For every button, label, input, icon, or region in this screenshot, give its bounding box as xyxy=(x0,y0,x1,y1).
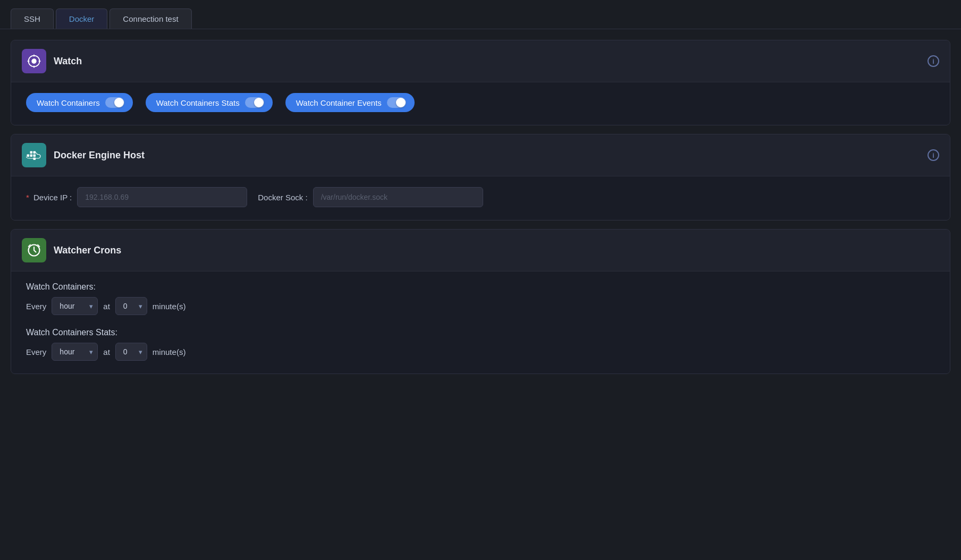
tab-connection-test[interactable]: Connection test xyxy=(109,9,191,29)
watch-containers-stats-minute-wrap: 0 5 10 15 20 25 30 35 40 45 50 55 xyxy=(115,343,147,361)
watch-containers-suffix-text: minute(s) xyxy=(153,302,186,311)
docker-engine-host-card: Docker Engine Host i * Device IP : Docke… xyxy=(11,134,950,220)
watch-containers-every-text: Every xyxy=(26,302,46,311)
watch-info-icon[interactable]: i xyxy=(928,55,939,67)
content-area: Watch i Watch Containers Watch Container… xyxy=(0,29,961,393)
watch-containers-cron-row: Every minute hour day at 0 5 10 15 2 xyxy=(26,297,935,315)
device-ip-required-star: * xyxy=(26,193,29,202)
tab-docker[interactable]: Docker xyxy=(56,9,108,29)
docker-engine-host-body: * Device IP : Docker Sock : xyxy=(11,176,950,220)
device-ip-label: * Device IP : xyxy=(26,193,72,202)
watch-containers-label: Watch Containers xyxy=(37,98,100,107)
watcher-crons-title: Watcher Crons xyxy=(54,245,121,256)
watch-container-events-toggle[interactable]: Watch Container Events xyxy=(285,93,415,112)
watch-section-card: Watch i Watch Containers Watch Container… xyxy=(11,40,950,125)
watch-containers-knob xyxy=(114,98,124,107)
watch-containers-stats-every-text: Every xyxy=(26,347,46,357)
watcher-crons-icon xyxy=(22,238,46,262)
svg-rect-0 xyxy=(27,155,30,157)
watch-containers-stats-interval-select[interactable]: minute hour day xyxy=(52,343,98,361)
watch-containers-stats-at-text: at xyxy=(103,347,110,357)
docker-engine-form-row: * Device IP : Docker Sock : xyxy=(26,187,935,207)
watch-containers-stats-cron-row: Every minute hour day at 0 5 10 15 2 xyxy=(26,343,935,361)
watch-containers-at-text: at xyxy=(103,302,110,311)
watch-container-events-knob xyxy=(396,98,406,107)
watch-containers-interval-wrap: minute hour day xyxy=(52,297,98,315)
watcher-crons-card: Watcher Crons Watch Containers: Every mi… xyxy=(11,229,950,374)
watch-containers-stats-suffix-text: minute(s) xyxy=(153,347,186,357)
watch-containers-stats-interval-wrap: minute hour day xyxy=(52,343,98,361)
watch-containers-stats-minute-select[interactable]: 0 5 10 15 20 25 30 35 40 45 50 55 xyxy=(115,343,147,361)
tab-ssh[interactable]: SSH xyxy=(11,9,54,29)
toggles-row: Watch Containers Watch Containers Stats … xyxy=(26,93,935,112)
watch-containers-stats-knob xyxy=(254,98,264,107)
watch-containers-stats-cron-label: Watch Containers Stats: xyxy=(26,328,935,337)
device-ip-input[interactable] xyxy=(77,187,247,207)
watch-containers-minute-wrap: 0 5 10 15 20 25 30 35 40 45 50 55 xyxy=(115,297,147,315)
docker-sock-group: Docker Sock : xyxy=(258,187,483,207)
docker-engine-host-header: Docker Engine Host i xyxy=(11,134,950,176)
watch-section-title: Watch xyxy=(54,56,82,67)
watch-section-header-left: Watch xyxy=(22,49,82,73)
tabs-bar: SSH Docker Connection test xyxy=(0,0,961,29)
watch-containers-interval-select[interactable]: minute hour day xyxy=(52,297,98,315)
watch-containers-stats-knob-wrap xyxy=(245,97,264,108)
watch-container-events-label: Watch Container Events xyxy=(296,98,382,107)
watch-containers-knob-wrap xyxy=(105,97,124,108)
svg-rect-2 xyxy=(33,155,36,157)
watch-containers-minute-select[interactable]: 0 5 10 15 20 25 30 35 40 45 50 55 xyxy=(115,297,147,315)
watcher-crons-body: Watch Containers: Every minute hour day … xyxy=(11,271,950,374)
watch-containers-toggle[interactable]: Watch Containers xyxy=(26,93,133,112)
watch-container-events-knob-wrap xyxy=(387,97,406,108)
watch-section-header: Watch i xyxy=(11,40,950,82)
watcher-crons-header-left: Watcher Crons xyxy=(22,238,121,262)
docker-engine-icon xyxy=(22,143,46,167)
watch-containers-cron-label: Watch Containers: xyxy=(26,282,935,292)
watch-icon xyxy=(22,49,46,73)
svg-rect-5 xyxy=(33,158,36,160)
watcher-crons-header: Watcher Crons xyxy=(11,230,950,271)
svg-rect-1 xyxy=(30,155,33,157)
docker-engine-info-icon[interactable]: i xyxy=(928,149,939,161)
watch-containers-stats-toggle[interactable]: Watch Containers Stats xyxy=(146,93,273,112)
svg-rect-3 xyxy=(30,151,33,154)
device-ip-group: * Device IP : xyxy=(26,187,247,207)
docker-engine-host-header-left: Docker Engine Host xyxy=(22,143,145,167)
docker-sock-input[interactable] xyxy=(313,187,483,207)
watch-containers-stats-label: Watch Containers Stats xyxy=(156,98,240,107)
docker-engine-title: Docker Engine Host xyxy=(54,150,145,161)
docker-sock-label: Docker Sock : xyxy=(258,193,307,202)
watch-section-body: Watch Containers Watch Containers Stats … xyxy=(11,82,950,125)
